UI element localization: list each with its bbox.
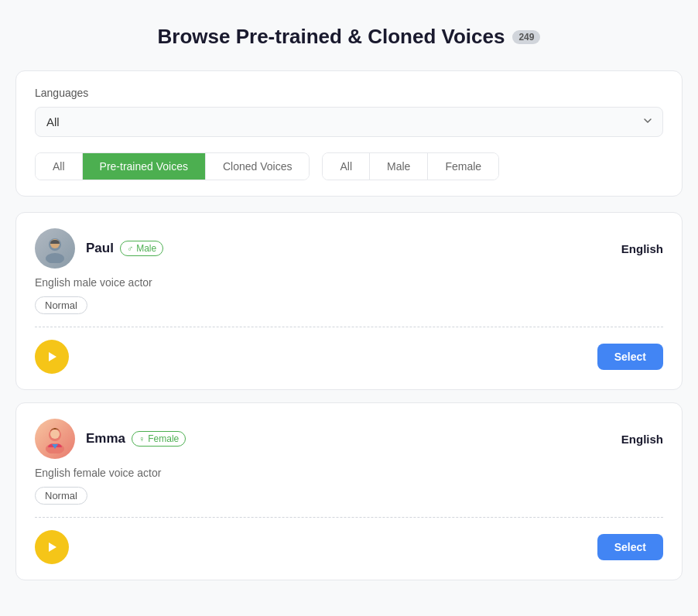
voice-name-block-paul: Paul ♂ Male <box>86 241 163 256</box>
select-button-paul[interactable]: Select <box>597 344 663 370</box>
tab-gender-female[interactable]: Female <box>428 153 498 180</box>
gender-label-emma: Female <box>148 433 179 444</box>
tab-all[interactable]: All <box>36 153 83 180</box>
voice-card-header-emma: Emma ♀ Female English <box>35 419 663 459</box>
avatar-emma <box>35 419 75 459</box>
voice-footer-emma: Select <box>35 530 663 564</box>
voice-name-paul: Paul <box>86 241 114 256</box>
tab-pre-trained[interactable]: Pre-trained Voices <box>83 153 206 180</box>
gender-tabs: All Male Female <box>322 152 499 180</box>
gender-badge-emma: ♀ Female <box>132 431 186 447</box>
voice-language-paul: English <box>621 242 663 255</box>
avatar-paul <box>35 228 75 269</box>
voice-name-emma: Emma <box>86 431 125 447</box>
voice-card-emma: Emma ♀ Female English English female voi… <box>15 402 683 580</box>
language-select-wrapper: All <box>35 107 663 137</box>
voice-language-emma: English <box>621 433 663 446</box>
filter-card: Languages All All Pre-trained Voices Clo… <box>15 70 683 197</box>
page-header: Browse Pre-trained & Cloned Voices 249 <box>15 25 683 49</box>
voice-tag-paul: Normal <box>35 296 87 314</box>
female-icon: ♀ <box>139 434 145 443</box>
select-button-emma[interactable]: Select <box>597 534 663 560</box>
svg-marker-7 <box>49 542 56 552</box>
svg-point-6 <box>50 429 60 439</box>
voice-card-header-paul: Paul ♂ Male English <box>35 228 663 269</box>
voice-divider-paul <box>35 327 663 327</box>
language-filter-label: Languages <box>35 87 663 99</box>
voice-card-paul: Paul ♂ Male English English male voice a… <box>15 212 683 390</box>
voice-desc-emma: English female voice actor <box>35 467 663 479</box>
tab-gender-male[interactable]: Male <box>370 153 428 180</box>
voice-info-emma: Emma ♀ Female <box>35 419 186 459</box>
svg-point-1 <box>46 253 64 263</box>
voice-count-badge: 249 <box>512 30 540 44</box>
voice-divider-emma <box>35 517 663 518</box>
voice-type-tabs: All Pre-trained Voices Cloned Voices <box>35 152 310 180</box>
tab-cloned[interactable]: Cloned Voices <box>206 153 310 180</box>
tabs-row: All Pre-trained Voices Cloned Voices All… <box>35 152 663 180</box>
play-icon-emma <box>45 540 59 554</box>
voice-desc-paul: English male voice actor <box>35 276 663 289</box>
voice-name-block-emma: Emma ♀ Female <box>86 431 186 447</box>
svg-marker-3 <box>49 352 56 361</box>
gender-badge-paul: ♂ Male <box>120 241 163 256</box>
voice-name-row-paul: Paul ♂ Male <box>86 241 163 256</box>
play-button-paul[interactable] <box>35 340 69 374</box>
gender-label-paul: Male <box>136 243 156 254</box>
voice-name-row-emma: Emma ♀ Female <box>86 431 186 447</box>
voice-footer-paul: Select <box>35 340 663 374</box>
tab-gender-all[interactable]: All <box>323 153 370 180</box>
page-title: Browse Pre-trained & Cloned Voices <box>158 25 505 49</box>
voice-tag-emma: Normal <box>35 487 87 505</box>
play-button-emma[interactable] <box>35 530 69 564</box>
language-select[interactable]: All <box>35 107 663 137</box>
play-icon-paul <box>45 350 59 364</box>
voice-info-paul: Paul ♂ Male <box>35 228 163 269</box>
male-icon: ♂ <box>127 244 133 253</box>
